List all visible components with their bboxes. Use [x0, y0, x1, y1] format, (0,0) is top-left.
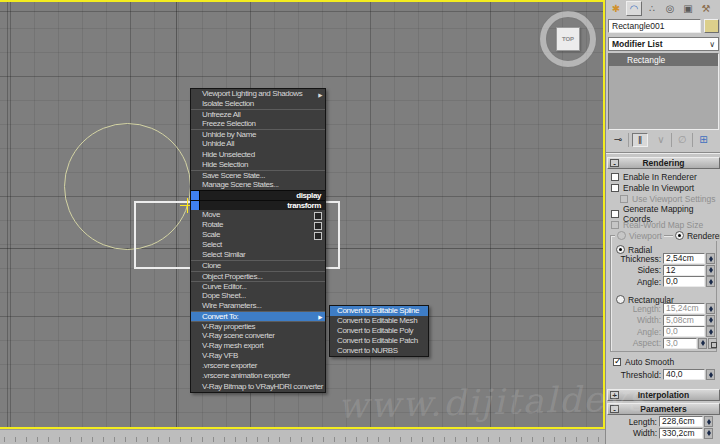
value-input[interactable]: 15,24cm	[663, 303, 705, 314]
rollout-header-rendering[interactable]: - Rendering	[607, 157, 720, 169]
tab-display[interactable]: ▣	[680, 1, 696, 16]
value-input[interactable]: 0,0	[663, 276, 705, 287]
track-bar[interactable]	[0, 429, 605, 444]
show-end-result-icon[interactable]: ‖	[632, 133, 648, 147]
menu-item-viewport-lighting-and-shadows[interactable]: Viewport Lighting and Shadows	[191, 89, 325, 99]
submenu-item-convert-to-nurbs[interactable]: Convert to NURBS	[330, 346, 428, 356]
value-input[interactable]: 3,0	[663, 338, 697, 349]
menu-item-save-scene-state[interactable]: Save Scene State...	[191, 170, 325, 180]
menu-item-vrscene-exporter[interactable]: .vrscene exporter	[191, 361, 325, 371]
pivot-axis-icon	[187, 198, 188, 213]
checkbox-auto-smooth[interactable]: Auto Smooth	[613, 356, 674, 367]
field-sides: Sides: 12	[606, 265, 720, 277]
remove-modifier-icon[interactable]: ∅	[672, 133, 693, 147]
menu-item-manage-scene-states[interactable]: Manage Scene States...	[191, 180, 325, 190]
tab-hierarchy[interactable]: ∴	[644, 1, 660, 16]
tab-modify[interactable]: ◠	[626, 1, 642, 16]
checkbox-use-viewport-settings[interactable]: Use Viewport Settings	[620, 193, 720, 204]
menu-item-rotate[interactable]: Rotate	[191, 220, 325, 230]
menu-item-freeze-selection[interactable]: Freeze Selection	[191, 119, 325, 129]
menu-item-vray-scene-converter[interactable]: V-Ray scene converter	[191, 331, 325, 341]
checkbox-box-icon	[611, 210, 619, 218]
spinner-icon[interactable]	[704, 428, 713, 439]
checkbox-enable-in-viewport[interactable]: Enable In Viewport	[611, 182, 720, 193]
menu-item-curve-editor[interactable]: Curve Editor...	[191, 281, 325, 291]
viewcube-top-face[interactable]: TOP	[556, 27, 580, 51]
tab-utilities[interactable]: ⚒	[698, 1, 714, 16]
collapse-icon[interactable]: -	[610, 159, 619, 167]
radial-fields: Thickness: 2,54cm Sides: 12 Angle: 0,0	[606, 253, 720, 288]
value-input[interactable]: 330,2cm	[659, 428, 703, 439]
spinner-icon[interactable]	[704, 416, 713, 427]
make-unique-icon[interactable]: ∨	[651, 133, 672, 147]
menu-item-select-similar[interactable]: Select Similar	[191, 250, 325, 260]
menu-item-hide-selection[interactable]: Hide Selection	[191, 160, 325, 170]
quad-header-display[interactable]: display	[191, 190, 325, 200]
object-color-swatch[interactable]	[704, 19, 719, 33]
menu-item-dope-sheet[interactable]: Dope Sheet...	[191, 291, 325, 301]
value-input[interactable]: 40,0	[663, 369, 705, 380]
object-name-field[interactable]: Rectangle001	[608, 19, 701, 33]
menu-item-clone[interactable]: Clone	[191, 260, 325, 270]
convert-to-submenu: Convert to Editable Spline Convert to Ed…	[329, 305, 429, 357]
value-input[interactable]: 12	[663, 265, 705, 276]
value-input[interactable]: 228,6cm	[659, 416, 703, 427]
rectangular-fields: Length: 15,24cm Width: 5,08cm Angle: 0,0…	[606, 303, 720, 349]
lock-aspect-icon[interactable]	[708, 338, 717, 349]
menu-item-unhide-by-name[interactable]: Unhide by Name	[191, 129, 325, 139]
menu-item-vray-mesh-export[interactable]: V-Ray mesh export	[191, 341, 325, 351]
spinner-icon[interactable]	[706, 303, 715, 314]
menu-item-convert-to[interactable]: Convert To:	[191, 311, 325, 321]
submenu-item-convert-to-editable-mesh[interactable]: Convert to Editable Mesh	[330, 316, 428, 326]
chevron-down-icon: ∨	[709, 40, 715, 50]
radio-viewport[interactable]: Viewport	[615, 230, 664, 241]
checkbox-generate-mapping-coords[interactable]: Generate Mapping Coords.	[611, 208, 720, 219]
field-radial-angle: Angle: 0,0	[606, 276, 720, 288]
menu-item-object-properties[interactable]: Object Properties...	[191, 271, 325, 281]
spinner-icon[interactable]	[698, 338, 707, 349]
tab-create[interactable]: ✱	[608, 1, 624, 16]
spinner-icon[interactable]	[706, 253, 715, 264]
menu-item-select[interactable]: Select	[191, 240, 325, 250]
radio-renderer[interactable]: Renderer	[673, 230, 720, 241]
viewcube[interactable]: TOP	[537, 8, 599, 70]
quad-marker-icon	[191, 191, 200, 200]
value-input[interactable]: 0,0	[663, 326, 705, 337]
checkbox-box-icon	[620, 195, 628, 203]
submenu-item-convert-to-editable-patch[interactable]: Convert to Editable Patch	[330, 336, 428, 346]
menu-item-scale[interactable]: Scale	[191, 230, 325, 240]
track-bar-ticks	[4, 437, 603, 442]
menu-item-wire-parameters[interactable]: Wire Parameters...	[191, 301, 325, 311]
menu-item-hide-unselected[interactable]: Hide Unselected	[191, 150, 325, 160]
menu-item-vrscene-animation-exporter[interactable]: .vrscene animation exporter	[191, 371, 325, 381]
field-param-width: Width: 330,2cm	[606, 428, 720, 440]
menu-item-move[interactable]: Move	[191, 210, 325, 220]
menu-item-unhide-all[interactable]: Unhide All	[191, 139, 325, 149]
configure-modifier-sets-icon[interactable]: ⊞	[693, 133, 714, 147]
checkbox-enable-in-renderer[interactable]: Enable In Renderer	[611, 171, 720, 182]
checkbox-box-icon	[613, 358, 621, 366]
submenu-item-convert-to-editable-spline[interactable]: Convert to Editable Spline	[330, 306, 428, 316]
menu-item-unfreeze-all[interactable]: Unfreeze All	[191, 109, 325, 119]
spinner-icon[interactable]	[706, 369, 715, 380]
stack-row-rectangle[interactable]: Rectangle	[609, 54, 718, 66]
value-input[interactable]: 2,54cm	[663, 253, 705, 264]
watermark-text: www.dijitaldevs	[338, 378, 648, 426]
value-input[interactable]: 5,08cm	[663, 315, 705, 326]
modifier-stack: Rectangle	[608, 53, 719, 130]
menu-item-vray-bitmap-to-vrayhdri-converter[interactable]: V-Ray Bitmap to VRayHDRI converter	[191, 382, 325, 392]
menu-item-vray-properties[interactable]: V-Ray properties	[191, 321, 325, 331]
menu-item-vray-vfb[interactable]: V-Ray VFB	[191, 351, 325, 361]
menu-item-isolate-selection[interactable]: Isolate Selection	[191, 99, 325, 109]
tab-motion[interactable]: ◎	[662, 1, 678, 16]
quad-header-transform[interactable]: transform	[191, 200, 325, 210]
spinner-icon[interactable]	[706, 326, 715, 337]
radio-circle-icon	[675, 231, 684, 240]
spinner-icon[interactable]	[706, 315, 715, 326]
submenu-item-convert-to-editable-poly[interactable]: Convert to Editable Poly	[330, 326, 428, 336]
spinner-icon[interactable]	[706, 276, 715, 287]
pin-stack-icon[interactable]: ⊸	[608, 133, 629, 147]
spinner-icon[interactable]	[706, 265, 715, 276]
modifier-list-dropdown[interactable]: Modifier List ∨	[608, 37, 719, 51]
field-rect-length: Length: 15,24cm	[606, 303, 720, 315]
